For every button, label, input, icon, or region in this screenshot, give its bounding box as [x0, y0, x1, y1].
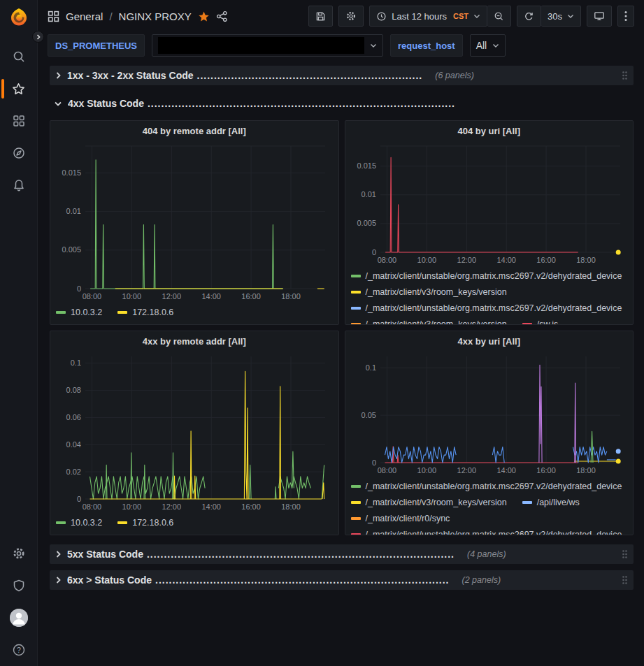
request-host-variable-label[interactable]: request_host [390, 34, 463, 57]
dashboard-body: 1xx - 3xx - 2xx Status Code.............… [38, 63, 644, 666]
timeseries-chart-404-by-uri[interactable]: 08:0010:0012:0014:0016:0018:0000.0050.01… [351, 140, 627, 266]
datasource-variable-label[interactable]: DS_PROMETHEUS [48, 34, 145, 57]
timeseries-chart-4xx-by-uri[interactable]: 08:0010:0012:0014:0016:0018:0000.050.1 [351, 351, 627, 477]
row-title: 4xx Status Code.........................… [68, 98, 455, 109]
row-header-4xx[interactable]: 4xx Status Code.........................… [50, 95, 634, 112]
refresh-button[interactable] [517, 6, 541, 27]
drag-handle-icon[interactable] [622, 549, 628, 559]
cycle-view-button[interactable] [587, 6, 612, 27]
legend-label: /api/live/ws [537, 498, 580, 507]
gear-icon [345, 10, 357, 22]
sidebar-item-alerting[interactable] [0, 169, 38, 201]
svg-text:12:00: 12:00 [457, 256, 476, 264]
legend-row: 10.0.3.2172.18.0.6 [56, 514, 333, 530]
row-header-5xx[interactable]: 5xx Status Code.........................… [50, 544, 634, 564]
svg-text:14:00: 14:00 [496, 466, 516, 475]
legend-row: /_matrix/client/unstable/org.matrix.msc2… [351, 268, 628, 284]
legend-label: /_matrix/client/unstable/org.matrix.msc2… [366, 303, 622, 313]
legend-label: /_matrix/client/v3/room_keys/version [366, 498, 507, 507]
timezone-label: CST [453, 12, 468, 20]
panel-legend: /_matrix/client/unstable/org.matrix.msc2… [351, 478, 628, 535]
drag-handle-icon[interactable] [622, 71, 628, 80]
svg-text:0: 0 [371, 458, 375, 467]
svg-text:08:00: 08:00 [83, 292, 102, 301]
legend-item[interactable]: /_matrix/client/unstable/org.matrix.msc2… [351, 271, 622, 281]
sidebar-item-help[interactable]: ? [0, 634, 38, 666]
panel-title[interactable]: 404 by remote addr [All] [56, 122, 333, 140]
legend-row: /_matrix/client/v3/room_keys/version/sw.… [351, 316, 628, 325]
svg-text:0.05: 0.05 [361, 411, 375, 419]
legend-item[interactable]: /_matrix/client/unstable/org.matrix.msc2… [351, 482, 622, 491]
legend-label: /_matrix/client/v3/room_keys/version [366, 319, 507, 326]
datasource-variable-value-redacted [158, 37, 364, 54]
star-filled-icon[interactable] [198, 10, 210, 22]
svg-text:10:00: 10:00 [417, 466, 436, 475]
dashboard-topbar: General / NGINX PROXY [38, 0, 644, 32]
legend-swatch [56, 311, 66, 314]
legend-item[interactable]: /_matrix/client/r0/sync [351, 514, 450, 523]
request-host-variable-select[interactable]: All [470, 34, 506, 57]
refresh-controls: 30s [517, 6, 581, 27]
legend-row: /_matrix/client/unstable/org.matrix.msc2… [351, 478, 628, 494]
panel-title[interactable]: 4xx by remote addr [All] [56, 333, 333, 351]
breadcrumb-section[interactable]: General [66, 10, 103, 22]
legend-swatch [351, 323, 361, 326]
legend-item[interactable]: 172.18.0.6 [117, 518, 173, 528]
legend-item[interactable]: 172.18.0.6 [117, 307, 173, 317]
svg-text:18:00: 18:00 [281, 292, 301, 301]
timeseries-chart-4xx-by-remote-addr[interactable]: 08:0010:0012:0014:0016:0018:0000.020.040… [56, 351, 332, 513]
legend-item[interactable]: /sw.js [522, 319, 559, 326]
sidebar-expand-button[interactable] [32, 31, 44, 43]
svg-text:12:00: 12:00 [457, 466, 476, 475]
drag-handle-icon[interactable] [622, 575, 628, 585]
row-title: 5xx Status Code.........................… [67, 549, 455, 560]
sidebar-item-starred[interactable] [0, 73, 38, 105]
legend-swatch [522, 501, 532, 504]
time-range-picker[interactable]: Last 12 hours CST [369, 6, 487, 27]
dashboards-grid-icon [12, 114, 26, 128]
sidebar-item-configuration[interactable] [0, 537, 38, 570]
timeseries-chart-404-by-remote-addr[interactable]: 08:0010:0012:0014:0016:0018:0000.0050.01… [56, 140, 332, 303]
sidebar-item-server-admin[interactable] [0, 570, 38, 602]
save-dashboard-button[interactable] [308, 6, 333, 27]
panel-title[interactable]: 404 by uri [All] [351, 122, 628, 140]
legend-item[interactable]: /_matrix/client/v3/room_keys/version [351, 319, 507, 326]
sidebar-item-explore[interactable] [0, 137, 38, 169]
star-icon [11, 82, 26, 96]
chevron-right-icon [55, 550, 62, 558]
legend-item[interactable]: /_matrix/client/unstable/org.matrix.msc2… [351, 530, 622, 536]
legend-swatch [117, 521, 127, 524]
kebab-menu-button[interactable] [617, 6, 634, 27]
panel-404-by-remote-addr: 404 by remote addr [All] 08:0010:0012:00… [50, 120, 339, 325]
save-icon [315, 11, 326, 22]
legend-item[interactable]: /_matrix/client/v3/room_keys/version [351, 498, 507, 507]
svg-text:0.01: 0.01 [66, 207, 81, 215]
row-header-6xx[interactable]: 6xx > Status Code.......................… [50, 570, 634, 590]
refresh-interval-picker[interactable]: 30s [541, 6, 581, 27]
row-header-1xx-3xx-2xx[interactable]: 1xx - 3xx - 2xx Status Code.............… [50, 66, 634, 85]
legend-item[interactable]: 10.0.3.2 [56, 307, 102, 317]
legend-label: 172.18.0.6 [132, 518, 173, 528]
grafana-logo[interactable] [8, 7, 29, 28]
zoom-out-time-button[interactable] [487, 6, 511, 27]
sidebar-item-profile[interactable] [0, 602, 38, 634]
sidebar-item-search[interactable] [0, 41, 38, 73]
datasource-variable-select[interactable] [152, 34, 383, 57]
dashboard-settings-button[interactable] [338, 6, 364, 27]
chevron-down-icon [492, 43, 499, 48]
svg-text:12:00: 12:00 [162, 502, 182, 511]
svg-text:14:00: 14:00 [496, 256, 516, 264]
svg-text:12:00: 12:00 [162, 292, 182, 301]
legend-item[interactable]: /_matrix/client/v3/room_keys/version [351, 287, 507, 297]
svg-text:10:00: 10:00 [417, 256, 436, 264]
svg-text:0.1: 0.1 [71, 359, 81, 367]
sidebar-item-dashboards[interactable] [0, 105, 38, 137]
legend-item[interactable]: /api/live/ws [522, 498, 580, 507]
share-icon[interactable] [216, 10, 228, 22]
legend-item[interactable]: 10.0.3.2 [56, 518, 102, 528]
legend-item[interactable]: /_matrix/client/unstable/org.matrix.msc2… [351, 303, 622, 313]
svg-text:0.04: 0.04 [66, 440, 81, 449]
svg-text:0.08: 0.08 [66, 386, 81, 394]
bell-icon [12, 178, 26, 192]
panel-title[interactable]: 4xx by uri [All] [351, 333, 628, 351]
